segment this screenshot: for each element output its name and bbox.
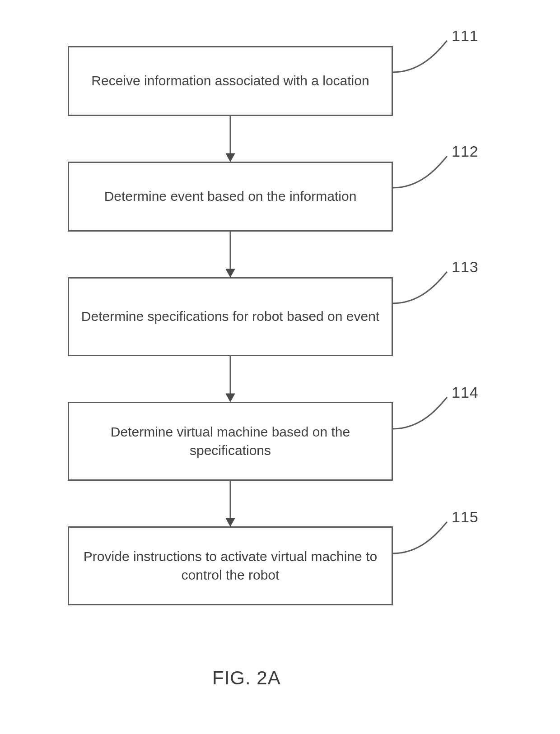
step-box-115: Provide instructions to activate virtual… — [68, 526, 393, 605]
step-text-115: Provide instructions to activate virtual… — [78, 548, 383, 584]
ref-label-114: 114 — [452, 384, 479, 401]
callout-111 — [393, 41, 447, 72]
figure-label: FIG. 2A — [212, 667, 281, 689]
svg-marker-5 — [226, 394, 235, 402]
arrow-113-to-114 — [226, 356, 235, 402]
svg-marker-3 — [226, 269, 235, 277]
step-box-113: Determine specifications for robot based… — [68, 277, 393, 356]
step-text-114: Determine virtual machine based on the s… — [78, 423, 383, 460]
flowchart-canvas: Receive information associated with a lo… — [0, 0, 560, 734]
svg-marker-1 — [226, 153, 235, 162]
arrow-112-to-113 — [226, 232, 235, 277]
step-text-112: Determine event based on the information — [104, 187, 357, 206]
ref-label-115: 115 — [452, 508, 479, 526]
step-box-111: Receive information associated with a lo… — [68, 46, 393, 116]
svg-marker-7 — [226, 518, 235, 526]
callout-113 — [393, 272, 447, 303]
step-box-112: Determine event based on the information — [68, 162, 393, 232]
ref-label-111: 111 — [452, 27, 479, 45]
arrow-111-to-112 — [226, 116, 235, 162]
ref-label-113: 113 — [452, 258, 479, 276]
arrow-114-to-115 — [226, 481, 235, 526]
ref-label-112: 112 — [452, 143, 479, 160]
step-box-114: Determine virtual machine based on the s… — [68, 402, 393, 481]
step-text-113: Determine specifications for robot based… — [81, 307, 379, 326]
step-text-111: Receive information associated with a lo… — [91, 72, 369, 90]
callout-115 — [393, 522, 447, 553]
callout-112 — [393, 156, 447, 188]
callout-114 — [393, 397, 447, 429]
